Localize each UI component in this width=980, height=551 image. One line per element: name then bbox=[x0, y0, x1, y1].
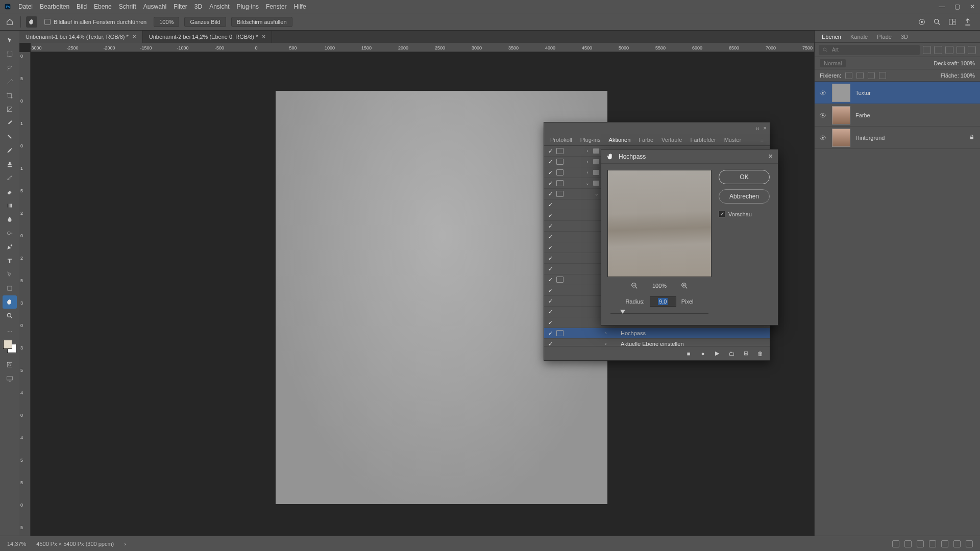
action-check-icon[interactable]: ✓ bbox=[547, 223, 553, 230]
layer-row[interactable]: Farbe bbox=[815, 104, 980, 127]
menu-3d[interactable]: 3D bbox=[194, 3, 202, 10]
layer-filter-field[interactable]: Art bbox=[819, 45, 920, 55]
tab-ebenen[interactable]: Ebenen bbox=[822, 34, 841, 40]
tool-move[interactable] bbox=[3, 34, 17, 47]
lock-position-icon[interactable] bbox=[856, 72, 864, 79]
action-dialog-toggle-icon[interactable] bbox=[556, 330, 564, 336]
minimize-icon[interactable]: — bbox=[938, 3, 945, 10]
collapse-icon[interactable]: ‹‹ bbox=[755, 125, 759, 131]
fill-value[interactable]: 100% bbox=[961, 72, 975, 79]
menu-bild[interactable]: Bild bbox=[77, 3, 87, 10]
tab-verlaeufe[interactable]: Verläufe bbox=[662, 137, 682, 143]
filter-type-icon[interactable] bbox=[945, 46, 953, 54]
lock-artboard-icon[interactable] bbox=[868, 72, 875, 79]
zoom-out-icon[interactable] bbox=[631, 282, 638, 289]
disclosure-icon[interactable]: › bbox=[603, 331, 608, 336]
lock-pixels-icon[interactable] bbox=[845, 72, 852, 79]
tool-blur[interactable] bbox=[3, 213, 17, 226]
opacity-value[interactable]: 100% bbox=[961, 60, 975, 66]
tool-dodge[interactable] bbox=[3, 227, 17, 240]
disclosure-icon[interactable]: › bbox=[585, 170, 590, 175]
menu-hilfe[interactable]: Hilfe bbox=[294, 3, 306, 10]
action-check-icon[interactable]: ✓ bbox=[547, 159, 553, 165]
action-dialog-toggle-icon[interactable] bbox=[556, 148, 564, 154]
action-check-icon[interactable]: ✓ bbox=[547, 255, 553, 262]
action-check-icon[interactable]: ✓ bbox=[547, 212, 553, 219]
tab-pfade[interactable]: Pfade bbox=[877, 34, 892, 40]
action-dialog-toggle-icon[interactable] bbox=[556, 180, 564, 186]
disclosure-icon[interactable]: › bbox=[603, 341, 608, 346]
cancel-button[interactable]: Abbrechen bbox=[719, 189, 770, 204]
link-layers-icon[interactable] bbox=[892, 540, 899, 547]
layer-thumbnail[interactable] bbox=[832, 129, 850, 147]
record-icon[interactable]: ● bbox=[699, 350, 706, 357]
tool-lasso[interactable] bbox=[3, 61, 17, 74]
action-dialog-toggle-icon[interactable] bbox=[556, 191, 564, 197]
layer-name[interactable]: Farbe bbox=[855, 112, 870, 118]
tab-3d[interactable]: 3D bbox=[901, 34, 908, 40]
layer-name[interactable]: Textur bbox=[855, 90, 871, 96]
menu-filter[interactable]: Filter bbox=[174, 3, 187, 10]
dialog-preview-image[interactable] bbox=[607, 170, 712, 277]
maximize-icon[interactable]: ▢ bbox=[953, 3, 961, 10]
action-dialog-toggle-icon[interactable] bbox=[556, 159, 564, 165]
menu-ebene[interactable]: Ebene bbox=[94, 3, 112, 10]
panel-menu-icon[interactable]: ≡ bbox=[761, 137, 764, 143]
disclosure-icon[interactable]: › bbox=[585, 159, 590, 164]
scroll-all-check[interactable]: Bildlauf in allen Fenstern durchführen bbox=[42, 19, 149, 25]
doc-tab-0[interactable]: Unbenannt-1 bei 14,4% (Textur, RGB/8) *× bbox=[19, 31, 143, 43]
tab-muster[interactable]: Muster bbox=[724, 137, 742, 143]
search-icon[interactable] bbox=[933, 18, 941, 26]
menu-plugins[interactable]: Plug-ins bbox=[237, 3, 259, 10]
visibility-eye-icon[interactable] bbox=[819, 134, 827, 142]
status-arrow-icon[interactable]: › bbox=[124, 541, 126, 547]
tool-indicator-hand-icon[interactable] bbox=[26, 16, 37, 28]
preview-check[interactable]: ✓ Vorschau bbox=[719, 211, 770, 217]
layer-group-icon[interactable] bbox=[941, 540, 948, 547]
action-check-icon[interactable]: ✓ bbox=[547, 148, 553, 155]
tool-wand[interactable] bbox=[3, 75, 17, 88]
visibility-eye-icon[interactable] bbox=[819, 89, 827, 97]
tab-kanaele[interactable]: Kanäle bbox=[850, 34, 868, 40]
zoom-in-icon[interactable] bbox=[681, 282, 688, 289]
disclosure-icon[interactable]: › bbox=[585, 148, 590, 154]
slider-thumb-icon[interactable] bbox=[620, 310, 625, 314]
close-window-icon[interactable]: ✕ bbox=[969, 3, 976, 10]
blend-mode-select[interactable]: Normal bbox=[820, 59, 846, 67]
cloud-docs-icon[interactable] bbox=[918, 18, 926, 26]
close-tab-icon[interactable]: × bbox=[262, 33, 265, 40]
layer-row[interactable]: Textur bbox=[815, 82, 980, 104]
tool-path-select[interactable] bbox=[3, 268, 17, 281]
tool-edit-toolbar[interactable]: ⋯ bbox=[3, 328, 17, 335]
stop-icon[interactable]: ■ bbox=[685, 350, 692, 357]
layer-fx-icon[interactable] bbox=[904, 540, 912, 547]
menu-auswahl[interactable]: Auswahl bbox=[143, 3, 166, 10]
menu-ansicht[interactable]: Ansicht bbox=[209, 3, 229, 10]
home-icon[interactable] bbox=[4, 16, 15, 28]
layer-row[interactable]: Hintergrund bbox=[815, 127, 980, 149]
lock-all-icon[interactable] bbox=[879, 72, 886, 79]
zoom-100-button[interactable]: 100% bbox=[154, 17, 179, 27]
menu-datei[interactable]: Datei bbox=[18, 3, 33, 10]
action-check-icon[interactable]: ✓ bbox=[547, 266, 553, 272]
doc-tab-1[interactable]: Unbenannt-2 bei 14,2% (Ebene 0, RGB/8) *… bbox=[143, 31, 272, 43]
tab-protokoll[interactable]: Protokoll bbox=[550, 137, 572, 143]
new-set-icon[interactable]: 🗀 bbox=[728, 350, 735, 357]
tab-plugins[interactable]: Plug-ins bbox=[580, 137, 601, 143]
action-check-icon[interactable]: ✓ bbox=[547, 277, 553, 283]
filter-adjust-icon[interactable] bbox=[934, 46, 942, 54]
delete-layer-icon[interactable] bbox=[966, 540, 973, 547]
action-row[interactable]: ✓›Hochpass bbox=[544, 328, 770, 339]
dialog-titlebar[interactable]: Hochpass ✕ bbox=[601, 149, 778, 164]
tool-zoom[interactable] bbox=[3, 309, 17, 322]
ruler-vertical[interactable]: 0501015202530354045505 bbox=[19, 52, 31, 536]
tool-type[interactable] bbox=[3, 254, 17, 267]
ok-button[interactable]: OK bbox=[719, 170, 770, 184]
action-check-icon[interactable]: ✓ bbox=[547, 298, 553, 305]
action-dialog-toggle-icon[interactable] bbox=[556, 277, 564, 283]
new-layer-icon[interactable] bbox=[953, 540, 961, 547]
filter-smart-icon[interactable] bbox=[968, 46, 976, 54]
layer-thumbnail[interactable] bbox=[832, 106, 850, 124]
layer-mask-icon[interactable] bbox=[917, 540, 924, 547]
action-check-icon[interactable]: ✓ bbox=[547, 309, 553, 315]
